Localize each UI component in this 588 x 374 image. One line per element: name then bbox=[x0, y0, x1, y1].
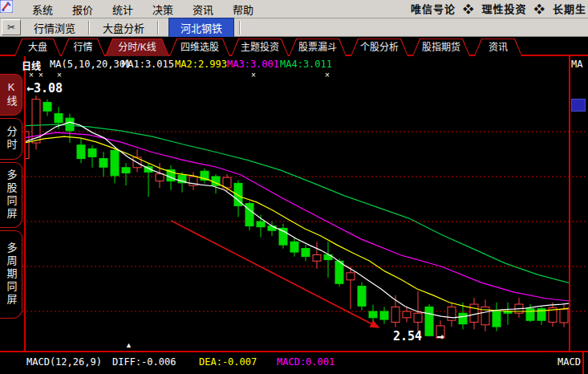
kline-chart-canvas[interactable] bbox=[0, 0, 588, 374]
macd-dea-value: DEA:-0.007 bbox=[199, 356, 257, 368]
ma4-value: MA4:3.011 bbox=[280, 59, 332, 70]
macd-right-border bbox=[582, 352, 584, 374]
sidebar-item-3[interactable]: 多周期同屏 bbox=[0, 230, 22, 319]
ex-dividend-mark: × bbox=[325, 71, 330, 79]
ex-dividend-mark: × bbox=[251, 71, 256, 79]
sidebar-item-2[interactable]: 多股同屏 bbox=[0, 162, 22, 228]
macd-panel[interactable]: MACD(12,26,9) DIFF:-0.006 DEA:-0.007 MAC… bbox=[0, 351, 588, 374]
app-window: 系统报价统计决策资讯帮助 唯信号论 ❖ 理性投资 ❖ 长期生 ✂ 行情浏览大盘分… bbox=[0, 0, 588, 374]
ma3-value: MA3:3.001 bbox=[227, 59, 279, 70]
ma1-value: MA1:3.015 bbox=[122, 59, 174, 70]
ma2-value: MA2:2.993 bbox=[175, 59, 227, 70]
sidebar-item-0[interactable]: K线 bbox=[0, 74, 22, 116]
right-gutter-ma-label: MA bbox=[571, 59, 582, 70]
sidebar-item-label: 分时 bbox=[1, 126, 22, 152]
ex-dividend-mark: × bbox=[57, 71, 62, 79]
sidebar-item-label: 多股同屏 bbox=[1, 169, 22, 221]
ma-params-label: MA(5,10,20,30) bbox=[50, 59, 131, 70]
ex-dividend-mark: × bbox=[39, 71, 43, 79]
macd-params-label: MACD(12,26,9) bbox=[26, 356, 102, 368]
sidebar-item-label: K线 bbox=[1, 81, 22, 108]
macd-value: MACD:0.001 bbox=[277, 356, 335, 368]
chart-left-border bbox=[24, 56, 26, 374]
macd-right-label: MACD bbox=[558, 356, 581, 368]
ex-dividend-mark: × bbox=[29, 71, 34, 79]
high-price-annotation: ←3.08 bbox=[26, 81, 63, 96]
sidebar-item-1[interactable]: 分时 bbox=[0, 118, 22, 160]
macd-diff-value: DIFF:-0.006 bbox=[112, 356, 176, 368]
chart-right-border bbox=[569, 56, 570, 351]
scroll-thumb[interactable] bbox=[571, 99, 586, 112]
position-triangle-marker: ▲ bbox=[125, 341, 132, 349]
sidebar-item-label: 多周期同屏 bbox=[1, 242, 22, 307]
low-price-annotation: 2.54 → bbox=[393, 329, 444, 344]
